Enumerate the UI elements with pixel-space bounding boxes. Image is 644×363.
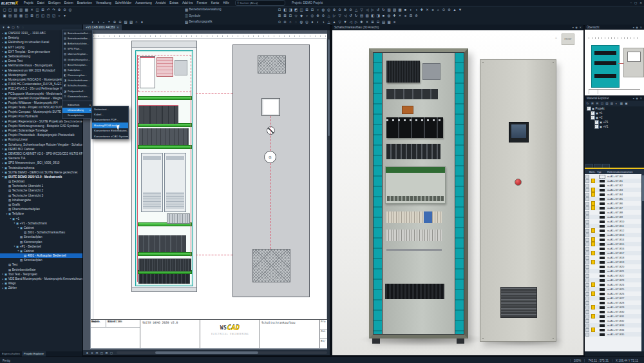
parts-table-row[interactable]: =+A1+GT-B27 xyxy=(585,296,641,300)
toolbar-icon[interactable]: ✕ xyxy=(425,7,430,12)
combo-dimension-graphics[interactable]: ▧Bemaßungsgrafik xyxy=(184,19,213,25)
toolbar-icon[interactable]: ⊘ xyxy=(348,7,354,12)
menu-item[interactable]: Projekt xyxy=(22,1,35,5)
context-menu-item[interactable]: ▨ Verdrahtungsliste... xyxy=(62,57,92,62)
row-handle[interactable] xyxy=(585,274,589,278)
toolbar-icon[interactable]: ↻ xyxy=(354,13,359,18)
panel-menu-icon[interactable]: ▾ xyxy=(573,26,574,29)
parts-table-row[interactable]: =+A1+GT-B25 xyxy=(585,287,641,291)
context-menu-item[interactable]: ▧ Übersichtsplan... xyxy=(62,52,92,57)
tree-item[interactable]: ▤ Betriebsmittelliste xyxy=(0,268,82,272)
zoom-tool-icon[interactable]: ▢ xyxy=(109,351,114,355)
tree-item[interactable]: ▤ Stromlaufplan xyxy=(0,235,82,239)
panel-menu-icon[interactable]: ▾ xyxy=(633,26,634,29)
close-button[interactable]: ✕ xyxy=(639,1,642,5)
parts-table-row[interactable]: =+A1+GT-B32 xyxy=(585,319,641,323)
toolbar-icon[interactable]: ◑ xyxy=(414,7,419,12)
toolbar-icon[interactable]: ✚ xyxy=(419,7,424,12)
material-tool-icon[interactable]: ▦ xyxy=(620,101,624,106)
menu-item[interactable]: Auswertung xyxy=(133,1,153,5)
row-handle[interactable] xyxy=(585,301,589,305)
row-handle[interactable] xyxy=(585,247,589,251)
parts-table-row[interactable]: =+A1+GT-B6 xyxy=(585,201,641,206)
context-menu-item[interactable]: Bibliothek ▸ xyxy=(62,102,92,107)
toolbar-icon[interactable]: ▥ xyxy=(13,13,18,18)
toolbar-icon[interactable]: ▧ xyxy=(365,13,370,18)
parts-table-row[interactable]: =+A1+GT-B19 xyxy=(585,260,641,264)
toolbar-icon[interactable]: ◍ xyxy=(299,19,304,25)
toolbar-icon[interactable]: ● xyxy=(310,19,315,25)
parts-table-row[interactable]: =+A1+GT-B0 xyxy=(585,174,641,179)
parts-table-row[interactable]: =+A1+GT-B7 xyxy=(585,206,641,210)
context-menu-item[interactable]: ▥ Betriebsmittelbeschriftung... xyxy=(62,35,92,41)
parts-table-row[interactable]: =+A1+GT-B8 xyxy=(585,210,641,215)
breaker-row-3d[interactable] xyxy=(386,144,440,159)
panel-close-icon[interactable]: ✕ xyxy=(639,97,642,100)
toolbar-icon[interactable]: ◰ xyxy=(35,13,40,18)
menu-item[interactable]: Verwaltung xyxy=(94,1,113,5)
tree-item[interactable]: ▤ Übersichtsschaltplan xyxy=(0,207,82,211)
parts-table-row[interactable]: =+A1+GT-B14 xyxy=(585,237,641,242)
row-handle[interactable] xyxy=(585,188,589,192)
toolbar-icon[interactable]: ◇ xyxy=(294,13,299,18)
toolbar-icon[interactable]: ⊞ xyxy=(30,13,35,18)
parts-table-row[interactable]: =+A1+GT-B21 xyxy=(585,269,641,273)
parts-table-row[interactable]: =+A1+GT-B1 xyxy=(585,179,641,183)
col-bem[interactable]: Bem. xyxy=(589,170,597,173)
parts-table-row[interactable]: =+A1+GT-B35 xyxy=(585,332,641,337)
tree-item[interactable]: ▾ ▣ SUITE DEMO 2020 V2.0 - Mechatronik xyxy=(0,175,82,179)
toolbar-icon[interactable]: ↻ xyxy=(381,7,386,12)
row-handle[interactable] xyxy=(585,288,589,291)
toolbar-icon[interactable]: ⊞ xyxy=(370,19,375,25)
toolbar-icon[interactable]: ⊘ xyxy=(321,13,326,18)
checkbox[interactable] xyxy=(591,111,595,115)
toolbar-icon[interactable]: ○ xyxy=(316,7,321,12)
breaker-row-2d[interactable] xyxy=(138,128,189,145)
combo-device-management[interactable]: ▦Betriebsmittelverwaltung xyxy=(184,7,222,12)
toolbar-icon[interactable]: △ xyxy=(354,7,359,12)
toolbar-icon[interactable]: ● xyxy=(140,19,145,25)
row-handle[interactable] xyxy=(585,297,589,300)
toolbar-icon[interactable]: ▨ xyxy=(392,7,397,12)
minimize-button[interactable]: – xyxy=(630,1,632,5)
material-tool-icon[interactable]: ◐ xyxy=(614,101,619,106)
context-menu-item[interactable]: ⊞ SPS Plan... xyxy=(62,46,92,52)
door-panel-3d[interactable] xyxy=(480,59,556,342)
panel-pin-icon[interactable]: ◉ xyxy=(636,26,638,29)
tree-item[interactable]: ▸ ▣ Projekt Solaranlage Tunelage xyxy=(0,128,82,133)
tree-item[interactable]: ▸ ▣ Projekt Regenerance - SUITE Projekt … xyxy=(0,119,82,124)
toolbar-icon[interactable]: ▲ xyxy=(332,19,337,25)
tree-item[interactable]: ▾ ▣ Cabinet xyxy=(0,226,82,230)
menu-item[interactable]: Extras xyxy=(167,1,180,5)
parts-table-row[interactable]: =+A1+GT-B17 xyxy=(585,251,641,255)
col-ref[interactable]: Referenzkennzeichen xyxy=(607,170,644,173)
maximize-button[interactable]: ▢ xyxy=(634,1,637,5)
tree-item[interactable]: ▤ Deckblatt xyxy=(0,179,82,184)
submenu-item[interactable]: Kabel... xyxy=(92,112,128,117)
sidebar-tab[interactable]: Projekt Explorer xyxy=(22,351,46,357)
toolbar-icon[interactable]: ◳ xyxy=(46,13,51,18)
toolbar-icon[interactable]: ⊕ xyxy=(57,7,62,12)
material-tree-item[interactable]: ▣ =2 xyxy=(585,115,644,120)
door-panel-2d[interactable]: G xyxy=(232,44,310,297)
parts-table-row[interactable]: =+A1+GT-B31 xyxy=(585,314,641,319)
parts-table-row[interactable]: =+A1+GT-B13 xyxy=(585,233,641,237)
context-menu-item[interactable]: ▤ Betriebsmittelliste... xyxy=(62,30,92,35)
parts-table-row[interactable]: =+A1+GT-B28 xyxy=(585,300,641,305)
parts-table-row[interactable]: =+A1+GT-B16 xyxy=(585,246,641,251)
toolbar-icon[interactable]: ✕ xyxy=(30,7,35,12)
toolbar-icon[interactable]: ⊕ xyxy=(332,7,337,12)
toolbar-icon[interactable]: ⊡ xyxy=(277,7,282,12)
row-handle[interactable] xyxy=(585,256,589,260)
tree-item[interactable]: ▤ Test xyxy=(0,262,82,267)
toolbar-icon[interactable]: ≡ xyxy=(392,19,397,25)
component-row-3d[interactable] xyxy=(386,89,438,99)
toolbar-icon[interactable]: ◍ xyxy=(386,13,392,18)
material-tool-icon[interactable]: ⊞ xyxy=(591,101,595,106)
toolbar-icon[interactable]: ⊕ xyxy=(316,13,321,18)
toolbar-icon[interactable]: ⌂ xyxy=(436,7,441,12)
toolbar-icon[interactable]: ≡ xyxy=(403,13,408,18)
toolbar-icon[interactable]: ● xyxy=(62,13,68,18)
toolbar-icon[interactable]: ↺ xyxy=(348,13,354,18)
toolbar-icon[interactable]: ○ xyxy=(57,13,62,18)
